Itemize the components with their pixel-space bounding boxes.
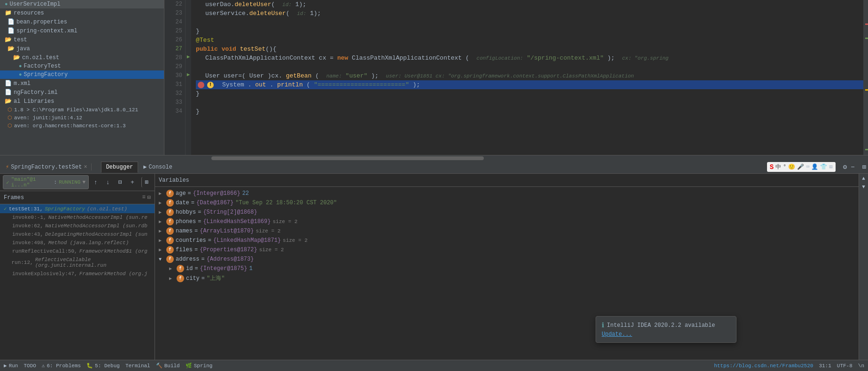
frame-down-button[interactable]: ↓ [103,177,113,187]
status-build[interactable]: 🔨 Build [156,363,180,369]
update-link[interactable]: Update... [602,331,632,338]
sidebar-item-m-xml[interactable]: 📄 m.xml [0,79,164,88]
var-item-address[interactable]: ▼ f address = {Address@1873} [155,255,859,264]
sidebar-item-spring-xml[interactable]: 📄 spring-context.xml [0,26,164,35]
status-todo[interactable]: TODO [23,363,36,369]
tab-console[interactable]: ▶ Console [138,161,178,173]
sidebar-item-jdk[interactable]: ⬡ 1.8 > C:\Program Files\Java\jdk1.8.0_1… [0,106,164,114]
sidebar-item-java[interactable]: 📂 java [0,44,164,53]
frames-list: ✓ testSet:31, SpringFactory (cn.ozl.test… [0,204,155,360]
sidebar: ● UserServiceImpl 📁 resources 📄 bean.pro… [0,0,164,155]
var-expand-addr-id[interactable]: ▶ [169,266,175,271]
status-spring[interactable]: 🌿 Spring [186,363,213,369]
var-item-age[interactable]: ▶ f age = {Integer@1866} 22 [155,189,859,198]
line-31: 31 [164,80,182,89]
breakpoint-icon-31 [198,82,204,88]
frame-item-0[interactable]: ✓ testSet:31, SpringFactory (cn.ozl.test… [0,204,155,213]
frames-header: Frames ≡ ⊟ [0,191,155,204]
sidebar-item-junit[interactable]: ⬡ aven: junit:junit:4.12 [0,114,164,122]
frame-class-7: FrameworkMethod (org.j [79,271,147,277]
var-icon-date: f [166,199,174,207]
var-expand-files[interactable]: ▶ [159,247,164,253]
status-url[interactable]: https://blog.csdn.net/Frambu2520 [714,363,813,369]
frame-method-1: invoke0:-1, [12,215,46,220]
code-content[interactable]: userDao.deleteUser( id: 1); userService.… [191,0,863,155]
console-icon: ▶ [143,163,147,170]
sidebar-item-springfactory[interactable]: ● SpringFactory [0,70,164,79]
frame-item-4[interactable]: invoke:498, Method (java.lang.reflect) [0,239,155,247]
panel-right-btn[interactable]: ⊞ [141,177,152,187]
sidebar-item-cn-ozl-test[interactable]: 📂 cn.ozl.test [0,53,164,62]
sidebar-item-bean-props[interactable]: 📄 bean.properties [0,17,164,26]
var-expand-date[interactable]: ▶ [159,200,164,206]
line-28: 28 [164,54,182,62]
status-run[interactable]: ▶ Run [4,363,18,369]
bottom-tabs: ⚡ SpringFactory.testSet × Debugger ▶ Con… [0,161,868,174]
status-bar: ▶ Run TODO ⚠ 6: Problems 🐛 5: Debug Term… [0,360,868,371]
close-run-tab-button[interactable]: × [84,164,87,170]
frames-list-icon: ≡ [142,194,146,201]
class-icon-factory: ● [19,63,22,69]
frame-up-button[interactable]: ↑ [91,177,101,187]
editor-scrollbar[interactable] [0,155,868,161]
frame-class-4: Method (java.lang.reflect) [48,240,129,246]
frame-item-7[interactable]: invokeExplosively:47, FrameworkMethod (o… [0,270,155,278]
var-item-address-city[interactable]: ▶ f city = "上海" [155,273,859,283]
line-33: 33 [164,98,182,107]
var-item-names[interactable]: ▶ f names = {ArrayList@1870} size = 2 [155,226,859,236]
debug-icon: 🐛 [86,363,93,369]
code-line-25: } [196,27,863,36]
frame-item-3[interactable]: invoke:43, DelegatingMethodAccessorImpl … [0,230,155,239]
tab-debugger[interactable]: Debugger [101,162,139,173]
lib-icon-hamcrest: ⬡ [8,123,12,129]
var-expand-address[interactable]: ▼ [159,257,164,262]
code-line-28: ClassPathXmlApplicationContext cx = new … [196,54,863,62]
var-expand-names[interactable]: ▶ [159,228,164,234]
sidebar-item-test[interactable]: 📂 test [0,35,164,44]
scroll-up-btn[interactable]: ▲ [862,176,865,181]
var-item-phones[interactable]: ▶ f phones = {LinkedHashSet@1869} size =… [155,217,859,226]
var-item-files[interactable]: ▶ f files = {Properties@1872} size = 2 [155,245,859,255]
var-expand-addr-city[interactable]: ▶ [169,276,175,281]
frame-item-6[interactable]: run:12, ReflectiveCallable (org.junit.in… [0,255,155,270]
console-tab-label: Console [149,164,172,170]
frames-filter-icon: ⊟ [147,194,151,201]
minimize-icon[interactable]: − [851,163,854,171]
main-container: ● UserServiceImpl 📁 resources 📄 bean.pro… [0,0,868,371]
sidebar-item-factorytest[interactable]: ● FactoryTest [0,62,164,70]
sidebar-item-resources[interactable]: 📁 resources [0,8,164,17]
settings-icon[interactable]: ⚙ [843,163,847,171]
scroll-down-btn[interactable]: ▼ [862,184,865,190]
status-problems[interactable]: ⚠ 6: Problems [42,363,81,369]
xml-icon: 📄 [8,27,15,34]
layout-restore-icon[interactable]: ⊞ [862,163,866,171]
sidebar-item-libraries[interactable]: 📂 al Libraries [0,97,164,106]
code-line-31: ! System . out . println ( "============… [196,80,863,89]
var-item-hobbys[interactable]: ▶ f hobbys = {String[2]@1868} [155,208,859,217]
var-item-countries[interactable]: ▶ f countries = {LinkedHashMap@1871} siz… [155,236,859,245]
status-debug[interactable]: 🐛 5: Debug [86,363,120,369]
filter-button[interactable]: ⊟ [115,177,125,187]
sidebar-item-ngfactory-iml[interactable]: 📄 ngFactory.iml [0,88,164,97]
frame-item-2[interactable]: invoke:62, NativeMethodAccessorImpl (sun… [0,222,155,230]
status-terminal[interactable]: Terminal [125,363,150,369]
thread-selector[interactable]: ✓ "main"@1 i...n" : RUNNING ▼ [3,175,89,189]
ime-grid-icon: ⊞ [829,163,832,170]
var-item-date[interactable]: ▶ f date = {Date@1867} "Tue Sep 22 18:50… [155,198,859,208]
frame-item-5[interactable]: runReflectiveCall:50, FrameworkMethod$1 … [0,247,155,255]
var-expand-phones[interactable]: ▶ [159,219,164,224]
variables-list: ▶ f age = {Integer@1866} 22 ▶ f date = {… [155,187,859,360]
sidebar-item-userserviceimpl[interactable]: ● UserServiceImpl [0,0,164,8]
var-expand-age[interactable]: ▶ [159,191,164,196]
variables-panel: Variables ▶ f age = {Integer@1866} 22 ▶ … [155,174,859,360]
var-item-address-id[interactable]: ▶ f id = {Integer@1875} 1 [155,264,859,273]
scrollbar-thumb[interactable] [211,156,484,160]
var-expand-countries[interactable]: ▶ [159,238,164,243]
sidebar-item-hamcrest[interactable]: ⬡ aven: org.hamcrest:hamcrest-core:1.3 [0,122,164,130]
code-line-30: User user=( User )cx. getBean ( name: "u… [196,71,863,80]
run-gutter-icon-28: ▶ [186,71,191,77]
debugger-tab-label: Debugger [106,164,133,170]
frame-item-1[interactable]: invoke0:-1, NativeMethodAccessorImpl (su… [0,213,155,222]
add-frame-button[interactable]: + [127,177,138,187]
var-expand-hobbys[interactable]: ▶ [159,209,164,215]
